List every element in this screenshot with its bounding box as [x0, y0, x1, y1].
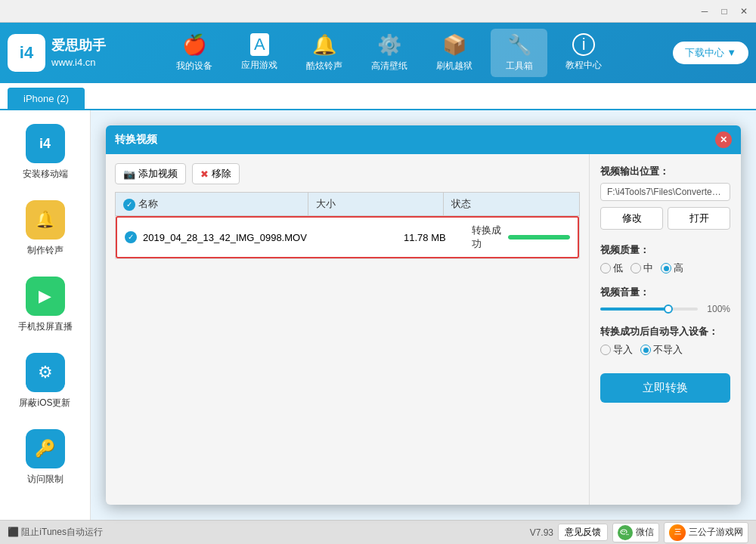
sidebar-item-screen-broadcast[interactable]: ▶ 手机投屏直播 [8, 270, 83, 339]
sidebar: i4 安装移动端 🔔 制作铃声 ▶ 手机投屏直播 ⚙ 屏蔽iOS更新 🔑 [0, 110, 91, 520]
quality-mid-label: 中 [643, 261, 653, 275]
add-video-icon: 📷 [123, 168, 135, 180]
quality-high-radio[interactable] [661, 263, 671, 274]
nav-jailbreak-label: 刷机越狱 [436, 60, 472, 73]
dialog-close-button[interactable]: ✕ [715, 131, 732, 148]
titlebar: ─ □ ✕ [0, 0, 756, 23]
nav-ringtone-label: 酷炫铃声 [306, 60, 342, 73]
sidebar-item-access-limit[interactable]: 🔑 访问限制 [8, 423, 83, 492]
logo-area: i4 爱思助手 www.i4.cn [8, 34, 106, 72]
nav-wallpaper[interactable]: ⚙️ 高清壁纸 [361, 29, 418, 77]
download-center-button[interactable]: 下载中心 ▼ [673, 42, 748, 64]
nav-toolbox[interactable]: 🔧 工具箱 [491, 29, 547, 77]
quality-radio-group: 低 中 高 [600, 261, 730, 275]
feedback-button[interactable]: 意见反馈 [558, 524, 608, 541]
dialog-title: 转换视频 [115, 133, 715, 147]
svg-point-5 [624, 530, 625, 532]
quality-mid-radio[interactable] [631, 263, 641, 274]
sidebar-block-ios-label: 屏蔽iOS更新 [19, 397, 70, 410]
status-text: 转换成功 [472, 224, 503, 251]
brand-name: 爱思助手 [51, 36, 106, 55]
block-ios-icon: ⚙ [26, 353, 65, 392]
logo-text: 爱思助手 www.i4.cn [51, 36, 106, 69]
sidebar-item-block-ios[interactable]: ⚙ 屏蔽iOS更新 [8, 347, 83, 416]
select-all-checkbox[interactable]: ✓ [123, 199, 135, 211]
volume-slider-fill [600, 308, 668, 311]
col-name-label: 名称 [138, 198, 158, 209]
minimize-button[interactable]: ─ [696, 4, 714, 19]
remove-icon: ✖ [200, 168, 209, 180]
volume-slider-thumb[interactable] [664, 304, 673, 314]
add-video-button[interactable]: 📷 添加视频 [115, 163, 186, 184]
progress-fill [508, 235, 570, 240]
nav-wallpaper-label: 高清壁纸 [371, 60, 407, 73]
import-radio[interactable] [600, 345, 611, 355]
file-size: 11.78 MB [396, 226, 464, 249]
bottombar: ⬛ 阻止iTunes自动运行 V7.93 意见反馈 微信 三 三公子游戏网 [0, 520, 756, 544]
devicebar: iPhone (2) [0, 83, 756, 110]
row-checkbox[interactable]: ✓ [125, 231, 137, 243]
volume-section-title: 视频音量： [600, 286, 730, 299]
maximize-button[interactable]: □ [715, 4, 733, 19]
my-device-icon: 🍎 [182, 33, 206, 57]
sidebar-item-make-ringtone[interactable]: 🔔 制作铃声 [8, 194, 83, 263]
volume-row: 100% [600, 304, 730, 314]
dialog-body: 📷 添加视频 ✖ 移除 ✓ [106, 154, 741, 505]
dialog-toolbar: 📷 添加视频 ✖ 移除 [115, 163, 580, 184]
wechat-badge[interactable]: 微信 [612, 523, 659, 542]
toolbox-icon: 🔧 [507, 33, 531, 57]
volume-slider-track[interactable] [600, 308, 698, 311]
sidebar-make-ringtone-label: 制作铃声 [27, 244, 64, 257]
output-path-value: F:\i4Tools7\Files\ConvertedVic [600, 183, 730, 201]
brand-url: www.i4.cn [51, 56, 106, 70]
output-btn-row: 修改 打开 [600, 207, 730, 230]
remove-button[interactable]: ✖ 移除 [192, 163, 240, 184]
sangongzi-badge[interactable]: 三 三公子游戏网 [664, 522, 748, 543]
table-row[interactable]: ✓ 2019_04_28_13_42_IMG_0998.MOV 11.78 MB… [116, 216, 580, 259]
topnav: i4 爱思助手 www.i4.cn 🍎 我的设备 A 应用游戏 🔔 酷炫铃声 ⚙… [0, 23, 756, 83]
svg-point-4 [622, 530, 624, 532]
quality-high-label: 高 [674, 261, 683, 275]
quality-low-radio[interactable] [600, 263, 611, 274]
sangongzi-label: 三公子游戏网 [689, 526, 743, 539]
add-video-label: 添加视频 [138, 167, 178, 181]
convert-button[interactable]: 立即转换 [600, 373, 730, 403]
modify-path-button[interactable]: 修改 [600, 207, 663, 230]
output-section-title: 视频输出位置： [600, 165, 730, 178]
no-import-radio[interactable] [640, 345, 651, 355]
logo-icon: i4 [8, 34, 45, 72]
file-name: 2019_04_28_13_42_IMG_0998.MOV [143, 232, 389, 243]
quality-mid-option[interactable]: 中 [631, 261, 653, 275]
progress-bar [508, 235, 570, 240]
jailbreak-icon: 📦 [442, 33, 466, 57]
no-import-option[interactable]: 不导入 [640, 343, 683, 357]
nav-tutorial[interactable]: i 教程中心 [555, 29, 612, 77]
sidebar-access-limit-label: 访问限制 [27, 473, 64, 486]
open-path-button[interactable]: 打开 [668, 207, 730, 230]
sidebar-item-install-mobile[interactable]: i4 安装移动端 [8, 118, 83, 187]
quality-high-option[interactable]: 高 [661, 261, 683, 275]
wechat-label: 微信 [636, 526, 654, 539]
screen-broadcast-icon: ▶ [26, 277, 65, 316]
app-close-button[interactable]: ✕ [735, 4, 753, 19]
svg-point-6 [626, 533, 627, 534]
output-section: 视频输出位置： F:\i4Tools7\Files\ConvertedVic 修… [600, 165, 730, 233]
nav-my-device[interactable]: 🍎 我的设备 [166, 29, 223, 77]
nav-jailbreak[interactable]: 📦 刷机越狱 [426, 29, 483, 77]
quality-low-option[interactable]: 低 [600, 261, 623, 275]
nav-app-games[interactable]: A 应用游戏 [231, 29, 288, 77]
col-status-header: 状态 [444, 193, 580, 216]
nav-right: 下载中心 ▼ [673, 42, 748, 64]
dialog-titlebar: 转换视频 ✕ [106, 125, 741, 154]
quality-low-label: 低 [613, 261, 623, 275]
import-label: 导入 [613, 343, 633, 357]
device-tab-iphone[interactable]: iPhone (2) [8, 88, 85, 109]
nav-ringtone[interactable]: 🔔 酷炫铃声 [296, 29, 353, 77]
import-option[interactable]: 导入 [600, 343, 633, 357]
remove-label: 移除 [212, 167, 231, 181]
nav-items: 🍎 我的设备 A 应用游戏 🔔 酷炫铃声 ⚙️ 高清壁纸 📦 刷机越狱 🔧 工具… [106, 29, 673, 77]
content: 下载固件 转换视频 ✕ 📷 添加视频 ✖ 移 [91, 110, 756, 520]
dialog-right-panel: 视频输出位置： F:\i4Tools7\Files\ConvertedVic 修… [590, 154, 741, 505]
nav-app-games-label: 应用游戏 [241, 59, 277, 72]
col-size-header: 大小 [308, 193, 444, 216]
